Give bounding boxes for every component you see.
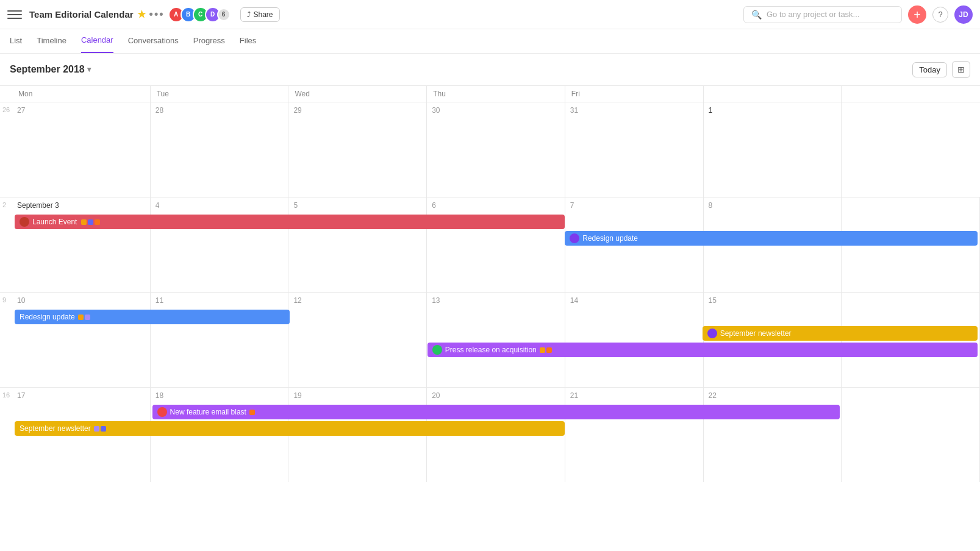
help-button[interactable]: ? <box>932 7 948 23</box>
event-label-newsletter-w4: September newsletter <box>20 424 91 433</box>
tag3 <box>95 219 100 225</box>
tab-list[interactable]: List <box>10 29 22 53</box>
tab-timeline[interactable]: Timeline <box>37 29 66 53</box>
event-tags-redesign <box>78 315 90 320</box>
event-redesign-w2[interactable]: Redesign update <box>565 231 978 246</box>
tag-f1 <box>249 410 255 415</box>
avatar-count: 6 <box>217 8 231 21</box>
day-fri: Fri <box>565 86 704 102</box>
view-icon: ⊞ <box>957 65 965 74</box>
add-button[interactable]: + <box>908 5 926 24</box>
tag-r1 <box>78 315 84 320</box>
event-launch[interactable]: Launch Event <box>15 215 565 229</box>
event-redesign-w3[interactable]: Redesign update <box>15 310 290 324</box>
cal-cell-aug30: 30 <box>427 102 565 197</box>
day-thu: Thu <box>427 86 565 102</box>
week-row-3: 9 10 11 12 13 14 15 Redesign update <box>0 292 980 387</box>
project-title: Team Editorial Calendar ★ ••• <box>29 8 165 21</box>
month-label: September 2018 <box>10 64 85 75</box>
day-names-header: Mon Tue Wed Thu Fri <box>0 85 980 102</box>
search-icon: 🔍 <box>751 10 762 20</box>
tag2 <box>88 219 93 225</box>
share-button[interactable]: ⤴ Share <box>240 7 280 22</box>
week-number-3: 9 <box>0 293 12 387</box>
calendar-grid: Mon Tue Wed Thu Fri 26 27 28 29 30 31 1 … <box>0 85 980 492</box>
week2-events: Launch Event Redesign update <box>12 215 980 246</box>
share-icon: ⤴ <box>247 10 251 19</box>
share-label: Share <box>254 10 273 19</box>
tab-calendar[interactable]: Calendar <box>81 29 113 53</box>
user-avatar[interactable]: JD <box>954 5 973 24</box>
tab-files[interactable]: Files <box>240 29 256 53</box>
tag-n1 <box>94 426 99 432</box>
day-wed: Wed <box>288 86 427 102</box>
week-inner-1: 27 28 29 30 31 1 <box>12 102 980 197</box>
event-avatar-redesign <box>570 233 579 243</box>
title-text: Team Editorial Calendar <box>29 9 134 20</box>
event-sept-newsletter-w3[interactable]: September newsletter <box>703 326 978 341</box>
event-label-press: Press release on acquisition <box>445 346 537 354</box>
tag1 <box>81 219 87 225</box>
cal-cell-sep1: 1 <box>704 102 842 197</box>
event-tags-newsletter-w4 <box>94 426 106 432</box>
week-row-4: 16 17 18 19 20 21 22 New feature email b… <box>0 387 980 482</box>
event-tags-feature <box>249 410 255 415</box>
tab-conversations[interactable]: Conversations <box>128 29 179 53</box>
cal-cell-aug31: 31 <box>565 102 704 197</box>
week-num-spacer <box>0 86 12 102</box>
tag-r2 <box>85 315 90 320</box>
event-label-redesign-w2: Redesign update <box>582 234 638 243</box>
event-avatar-launch <box>20 217 29 227</box>
project-members: A B C D 6 <box>172 7 231 23</box>
cal-cell-aug27: 27 <box>12 102 151 197</box>
day-tue: Tue <box>151 86 289 102</box>
event-tags-press <box>540 347 552 353</box>
event-label-launch: Launch Event <box>32 218 77 226</box>
event-avatar-press <box>432 345 442 355</box>
more-button[interactable]: ••• <box>149 8 165 21</box>
month-title[interactable]: September 2018 ▾ <box>10 64 91 75</box>
week-row-1: 26 27 28 29 30 31 1 <box>0 102 980 197</box>
month-dropdown-arrow: ▾ <box>87 65 91 74</box>
nav-tabs: List Timeline Calendar Conversations Pro… <box>0 29 980 54</box>
star-icon[interactable]: ★ <box>137 9 146 20</box>
search-box[interactable]: 🔍 Go to any project or task... <box>743 6 902 23</box>
event-avatar-newsletter <box>707 329 717 338</box>
topbar-right: 🔍 Go to any project or task... + ? JD <box>743 5 973 24</box>
tag-p1 <box>540 347 545 353</box>
calendar-header: September 2018 ▾ Today ⊞ <box>0 54 980 85</box>
topbar: Team Editorial Calendar ★ ••• A B C D 6 … <box>0 0 980 29</box>
week4-events: New feature email blast September newsle… <box>12 405 980 436</box>
calendar-controls: Today ⊞ <box>912 61 970 78</box>
today-button[interactable]: Today <box>912 62 947 77</box>
week-row-2: 2 September 3 4 5 6 7 8 Launch Event <box>0 197 980 292</box>
event-avatar-feature <box>157 407 167 417</box>
tag-p2 <box>546 347 552 353</box>
week-number-1: 26 <box>0 102 12 197</box>
day-mon: Mon <box>12 86 151 102</box>
cal-cell-aug29: 29 <box>288 102 427 197</box>
tag-n2 <box>101 426 106 432</box>
event-tags-launch <box>81 219 100 225</box>
event-new-feature[interactable]: New feature email blast <box>152 405 840 419</box>
event-press-release[interactable]: Press release on acquisition <box>427 343 978 357</box>
week-inner-4: 17 18 19 20 21 22 New feature email blas… <box>12 388 980 482</box>
week3-events: Redesign update September newsletter Pre… <box>12 310 980 357</box>
event-label-newsletter-w3: September newsletter <box>720 329 792 338</box>
view-toggle-button[interactable]: ⊞ <box>952 61 970 78</box>
cal-cell-w1-sun <box>842 102 980 197</box>
cal-cell-aug28: 28 <box>151 102 289 197</box>
search-placeholder: Go to any project or task... <box>767 10 859 19</box>
week-number-4: 16 <box>0 388 12 482</box>
day-sun <box>842 86 980 102</box>
week-inner-2: September 3 4 5 6 7 8 Launch Event <box>12 197 980 292</box>
hamburger-menu[interactable] <box>7 7 22 22</box>
event-sept-newsletter-w4[interactable]: September newsletter <box>15 421 565 436</box>
day-sat <box>704 86 842 102</box>
event-label-feature: New feature email blast <box>170 408 246 416</box>
today-label: Today <box>919 65 940 74</box>
tab-progress[interactable]: Progress <box>193 29 225 53</box>
week-inner-3: 10 11 12 13 14 15 Redesign update <box>12 293 980 387</box>
event-label-redesign-w3: Redesign update <box>20 313 75 321</box>
week-number-2: 2 <box>0 197 12 292</box>
